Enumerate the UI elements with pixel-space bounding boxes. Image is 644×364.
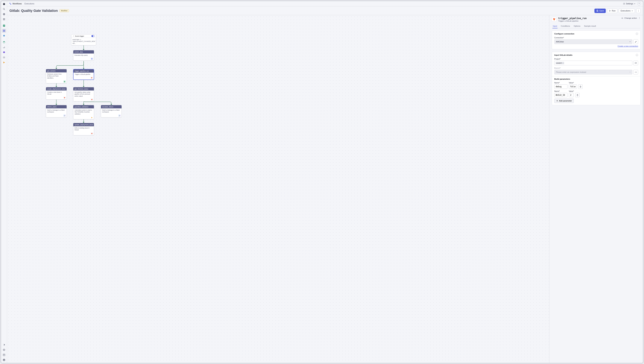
owners-icon: ◉ — [64, 80, 66, 83]
hex-icon[interactable] — [2, 34, 6, 38]
change-action-button[interactable]: Change action — [622, 17, 637, 19]
info-icon[interactable]: i — [636, 33, 638, 35]
node-enrich-data[interactable]: enrich_data Executes DQL query ⊞ — [73, 50, 94, 61]
help-icon[interactable] — [637, 2, 641, 6]
node-body: Trigger a GitLab pipeline — [74, 73, 94, 76]
slack-icon — [118, 114, 121, 117]
svg-point-44 — [639, 18, 640, 18]
left-sidebar — [1, 1, 7, 363]
more-menu-button[interactable] — [636, 9, 641, 13]
node-inform-users[interactable]: inform_users Send a message to a Slack w… — [46, 105, 67, 117]
svg-rect-17 — [4, 31, 5, 32]
connection-select[interactable]: AMGitlab — [554, 39, 632, 44]
node-head: update_deployment_issue — [73, 123, 94, 126]
world-icon[interactable] — [2, 348, 6, 352]
node-head: inform_users — [46, 105, 66, 108]
gitlab-icon — [91, 98, 93, 101]
node-head: create_deployment_issue — [46, 87, 66, 90]
gitlab-icon — [64, 97, 66, 99]
play-icon[interactable] — [2, 60, 6, 65]
tab-options[interactable]: Options — [573, 24, 581, 28]
node-head: escalate_failure — [101, 105, 122, 108]
configure-connection-card: Configure connection i Connection* AMGit… — [552, 30, 641, 49]
svg-rect-12 — [4, 20, 5, 20]
tab-executions[interactable]: Executions — [24, 3, 34, 5]
node-body: Executes DQL query — [73, 54, 94, 57]
node-event-trigger[interactable]: Event trigger ✓ event.type == "DEPLOYMEN… — [71, 34, 96, 45]
param-name-input-1[interactable] — [554, 93, 568, 97]
globe-icon[interactable] — [2, 12, 6, 16]
node-guardian-validation[interactable]: guardian_validation Automation action to… — [73, 105, 94, 119]
param-name-label: Name* — [554, 90, 568, 92]
trigger-toggle[interactable]: ✓ — [91, 35, 95, 37]
svg-rect-21 — [4, 47, 5, 48]
details-title: trigger_pipeline_run — [558, 17, 587, 20]
edit-connection-button[interactable] — [634, 39, 638, 44]
dashboard-icon[interactable] — [2, 353, 6, 357]
svg-point-27 — [4, 359, 4, 360]
node-body: Automation action to start a Site Reliab… — [73, 108, 94, 116]
param-value-input-1[interactable] — [569, 93, 574, 97]
node-update-deployment-issue[interactable]: update_deployment_issue Edit an existing… — [73, 123, 94, 135]
node-head: get_owners — [46, 69, 66, 72]
settings-button[interactable]: Settings — [623, 3, 636, 5]
node-get-finished-status[interactable]: get_finished_status Get pipeline status … — [73, 87, 94, 101]
svg-point-31 — [624, 3, 624, 4]
details-tabs: Input Conditions Options Sample result — [552, 24, 641, 28]
param-value-label: Value* — [569, 90, 574, 92]
info-icon[interactable]: i — [636, 54, 638, 56]
branch-label: Branch* — [554, 67, 638, 69]
cube-icon[interactable] — [2, 50, 6, 54]
details-more-button[interactable] — [638, 17, 641, 19]
svg-rect-36 — [64, 116, 64, 116]
modified-badge: Modified — [60, 9, 69, 12]
branch-select[interactable]: Please enter an expression instead — [554, 70, 632, 74]
svg-point-32 — [638, 10, 638, 10]
node-trigger-pipeline-run[interactable]: trigger_pipeline_run Trigger a GitLab pi… — [73, 69, 94, 80]
run-button[interactable]: Run — [607, 9, 617, 13]
delete-param-button-1[interactable] — [575, 93, 580, 97]
executions-dropdown[interactable]: Executions — [619, 9, 635, 13]
node-head: trigger_pipeline_run — [74, 69, 94, 73]
project-input[interactable]: event × — [554, 61, 632, 65]
node-escalate-failure[interactable]: escalate_failure Send a message to a Sla… — [101, 105, 122, 117]
search-icon[interactable] — [2, 7, 6, 11]
param-value-input-0[interactable] — [569, 84, 577, 89]
node-body: Retrieves owners from Entities and Team … — [46, 72, 66, 80]
tab-input[interactable]: Input — [552, 24, 558, 28]
tab-workflows[interactable]: Workflows — [9, 3, 22, 5]
project-expression-button[interactable] — [634, 61, 638, 65]
database-icon[interactable] — [2, 40, 6, 44]
node-head: Event trigger ✓ — [71, 35, 96, 38]
workflow-canvas[interactable]: Event trigger ✓ event.type == "DEPLOYMEN… — [7, 15, 549, 363]
compass-icon[interactable] — [2, 2, 6, 6]
tab-conditions[interactable]: Conditions — [560, 24, 570, 28]
expand-icon[interactable] — [2, 343, 6, 347]
apps-icon[interactable] — [2, 17, 6, 21]
param-name-input-0[interactable] — [554, 84, 568, 89]
bars-icon[interactable] — [2, 45, 6, 49]
node-get-owners[interactable]: get_owners Retrieves owners from Entitie… — [46, 69, 67, 83]
node-create-deployment-issue[interactable]: create_deployment_issue Creates a new is… — [46, 87, 67, 100]
gitlab-icon — [90, 77, 93, 79]
add-parameter-button[interactable]: Add parameter — [554, 99, 574, 103]
svg-rect-38 — [64, 115, 65, 116]
avatar-icon[interactable] — [2, 358, 6, 362]
delete-param-button-0[interactable] — [578, 84, 583, 89]
dql-icon: ⊞ — [91, 58, 93, 60]
chart-icon[interactable] — [2, 24, 6, 28]
workflows-nav-icon[interactable] — [2, 29, 6, 33]
svg-point-33 — [638, 11, 638, 11]
save-button[interactable]: Save — [594, 9, 606, 13]
node-body: event.type == "DEPLOYMENT_CHANGED_NEW" O… — [71, 38, 96, 45]
svg-point-18 — [3, 41, 5, 42]
node-body: Edit an existing issue in GitLab — [73, 126, 94, 132]
gear-icon[interactable] — [2, 55, 6, 59]
tab-sample-result[interactable]: Sample result — [584, 24, 596, 28]
branch-expression-button[interactable] — [634, 70, 638, 74]
card-title: Configure connection — [554, 33, 574, 35]
create-connection-link[interactable]: Create a new connection — [554, 45, 638, 47]
node-head: guardian_validation — [73, 105, 94, 108]
svg-rect-16 — [3, 31, 4, 32]
remove-chip-icon[interactable]: × — [562, 62, 564, 64]
